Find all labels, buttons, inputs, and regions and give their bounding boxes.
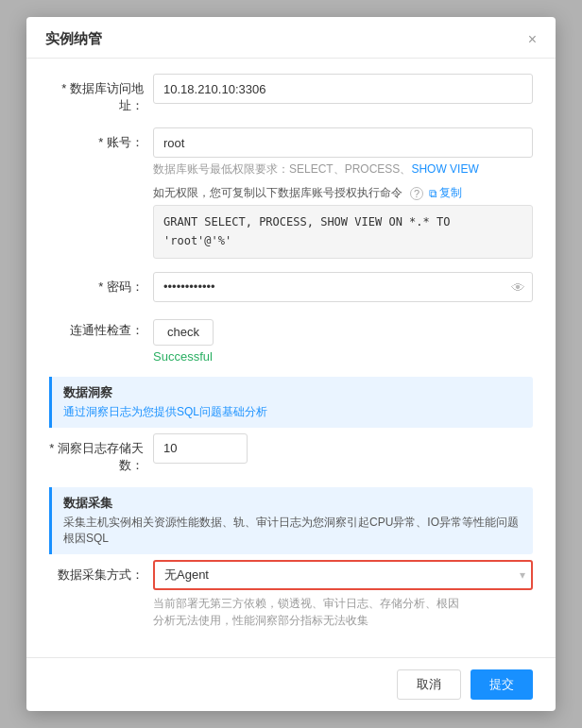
grant-header: 如无权限，您可复制以下数据库账号授权执行命令 ? ⧉ 复制 bbox=[153, 185, 533, 201]
dialog-footer: 取消 提交 bbox=[26, 657, 556, 711]
check-button[interactable]: check bbox=[153, 319, 214, 346]
insight-days-label: * 洞察日志存储天数： bbox=[49, 433, 153, 474]
collect-method-select[interactable]: 无Agent Agent bbox=[153, 560, 533, 590]
collect-method-label: 数据采集方式： bbox=[49, 560, 153, 584]
dialog-body: * 数据库访问地址： * 账号： 数据库账号最低权限要求：SELECT、PROC… bbox=[26, 59, 556, 656]
collect-method-content: 无Agent Agent ▾ 当前部署无第三方依赖，锁透视、审计日志、存储分析、… bbox=[153, 560, 533, 629]
copy-icon: ⧉ bbox=[429, 187, 437, 200]
db-address-content bbox=[153, 74, 533, 104]
password-input[interactable] bbox=[153, 272, 533, 302]
cancel-button[interactable]: 取消 bbox=[397, 669, 461, 700]
insight-days-content bbox=[153, 433, 533, 464]
db-address-row: * 数据库访问地址： bbox=[49, 74, 533, 114]
check-row: check bbox=[153, 319, 533, 346]
password-content: 👁 bbox=[153, 272, 533, 302]
info-icon[interactable]: ? bbox=[410, 187, 423, 200]
dialog-header: 实例纳管 × bbox=[26, 17, 556, 59]
eye-icon[interactable]: 👁 bbox=[511, 279, 525, 295]
check-result: Successful bbox=[153, 349, 533, 364]
password-row: * 密码： 👁 bbox=[49, 272, 533, 302]
account-row: * 账号： 数据库账号最低权限要求：SELECT、PROCESS、SHOW VI… bbox=[49, 127, 533, 258]
account-input[interactable] bbox=[153, 127, 533, 158]
copy-button[interactable]: ⧉ 复制 bbox=[429, 185, 462, 201]
password-wrap: 👁 bbox=[153, 272, 533, 302]
account-label: * 账号： bbox=[49, 127, 153, 151]
data-collection-section: 数据采集 采集主机实例相关资源性能数据、轨、审计日志为您洞察引起CPU异常、IO… bbox=[49, 487, 533, 554]
connectivity-row: 连通性检查： check Successful bbox=[49, 315, 533, 364]
section1-desc-link[interactable]: 通过洞察日志为您提供SQL问题基础分析 bbox=[63, 405, 267, 418]
insight-days-input[interactable] bbox=[153, 433, 248, 464]
connectivity-content: check Successful bbox=[153, 315, 533, 364]
grant-box: GRANT SELECT, PROCESS, SHOW VIEW ON *.* … bbox=[153, 205, 533, 258]
password-label: * 密码： bbox=[49, 272, 153, 296]
account-content: 数据库账号最低权限要求：SELECT、PROCESS、SHOW VIEW 如无权… bbox=[153, 127, 533, 258]
copy-label: 复制 bbox=[439, 185, 462, 201]
insight-days-row: * 洞察日志存储天数： bbox=[49, 433, 533, 474]
data-insight-section: 数据洞察 通过洞察日志为您提供SQL问题基础分析 bbox=[49, 377, 533, 428]
section2-desc: 采集主机实例相关资源性能数据、轨、审计日志为您洞察引起CPU异常、IO异常等性能… bbox=[63, 515, 522, 547]
section2-title: 数据采集 bbox=[63, 495, 522, 512]
grant-desc-text: 如无权限，您可复制以下数据库账号授权执行命令 bbox=[153, 185, 402, 201]
section1-desc: 通过洞察日志为您提供SQL问题基础分析 bbox=[63, 404, 522, 420]
connectivity-label: 连通性检查： bbox=[49, 315, 153, 339]
account-hint: 数据库账号最低权限要求：SELECT、PROCESS、SHOW VIEW bbox=[153, 161, 533, 178]
collect-method-select-wrap: 无Agent Agent ▾ bbox=[153, 560, 533, 590]
collect-hint: 当前部署无第三方依赖，锁透视、审计日志、存储分析、根因分析无法使用，性能洞察部分… bbox=[153, 595, 533, 629]
db-address-label: * 数据库访问地址： bbox=[49, 74, 153, 114]
section1-title: 数据洞察 bbox=[63, 384, 522, 401]
grant-section: 如无权限，您可复制以下数据库账号授权执行命令 ? ⧉ 复制 GRANT SELE… bbox=[153, 185, 533, 258]
db-address-input[interactable] bbox=[153, 74, 533, 104]
collect-method-row: 数据采集方式： 无Agent Agent ▾ 当前部署无第三方依赖，锁透视、审计… bbox=[49, 560, 533, 629]
submit-button[interactable]: 提交 bbox=[471, 669, 533, 700]
close-button[interactable]: × bbox=[528, 32, 537, 47]
dialog: 实例纳管 × * 数据库访问地址： * 账号： 数据库账号最低权限要求：SELE… bbox=[26, 17, 556, 710]
dialog-title: 实例纳管 bbox=[45, 30, 102, 48]
